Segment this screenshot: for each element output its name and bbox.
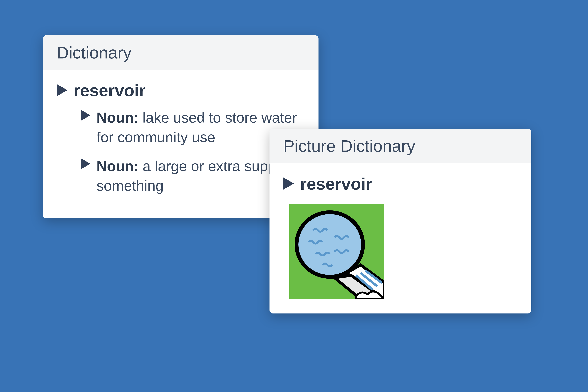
svg-marker-0	[57, 84, 67, 96]
picture-dictionary-title: Picture Dictionary	[283, 136, 517, 156]
picture-dictionary-body: reservoir	[270, 163, 531, 314]
part-of-speech: Noun:	[97, 158, 138, 174]
headword: reservoir	[300, 174, 372, 194]
picture-dictionary-card: Picture Dictionary reservoir	[270, 128, 531, 314]
part-of-speech: Noun:	[97, 110, 138, 126]
dictionary-header: Dictionary	[43, 35, 318, 70]
svg-marker-3	[283, 178, 294, 190]
play-icon[interactable]	[81, 110, 90, 121]
picture-illustration	[289, 204, 517, 300]
word-row: reservoir	[57, 81, 305, 100]
svg-marker-2	[81, 158, 90, 169]
play-icon[interactable]	[57, 84, 67, 97]
play-icon[interactable]	[81, 158, 90, 170]
headword: reservoir	[74, 81, 146, 100]
word-row: reservoir	[283, 174, 517, 194]
svg-marker-1	[81, 110, 90, 120]
reservoir-icon	[289, 204, 384, 299]
play-icon[interactable]	[283, 178, 294, 190]
dictionary-title: Dictionary	[57, 43, 305, 62]
picture-dictionary-header: Picture Dictionary	[270, 128, 531, 163]
